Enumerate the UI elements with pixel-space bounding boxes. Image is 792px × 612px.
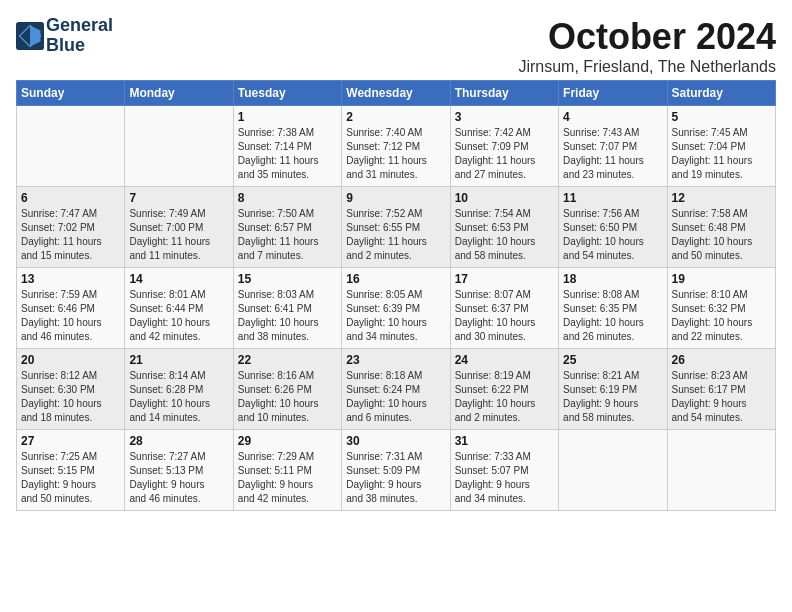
day-info: Sunrise: 8:21 AM Sunset: 6:19 PM Dayligh…: [563, 369, 662, 425]
day-number: 30: [346, 434, 445, 448]
day-info: Sunrise: 8:10 AM Sunset: 6:32 PM Dayligh…: [672, 288, 771, 344]
calendar-cell: [17, 106, 125, 187]
day-info: Sunrise: 7:33 AM Sunset: 5:07 PM Dayligh…: [455, 450, 554, 506]
page-header: General Blue October 2024 Jirnsum, Fries…: [16, 16, 776, 76]
calendar-cell: 31Sunrise: 7:33 AM Sunset: 5:07 PM Dayli…: [450, 430, 558, 511]
day-info: Sunrise: 7:49 AM Sunset: 7:00 PM Dayligh…: [129, 207, 228, 263]
day-number: 18: [563, 272, 662, 286]
calendar-cell: [559, 430, 667, 511]
title-block: October 2024 Jirnsum, Friesland, The Net…: [518, 16, 776, 76]
calendar-cell: 23Sunrise: 8:18 AM Sunset: 6:24 PM Dayli…: [342, 349, 450, 430]
day-info: Sunrise: 7:50 AM Sunset: 6:57 PM Dayligh…: [238, 207, 337, 263]
calendar-cell: 7Sunrise: 7:49 AM Sunset: 7:00 PM Daylig…: [125, 187, 233, 268]
calendar-cell: 11Sunrise: 7:56 AM Sunset: 6:50 PM Dayli…: [559, 187, 667, 268]
day-info: Sunrise: 8:18 AM Sunset: 6:24 PM Dayligh…: [346, 369, 445, 425]
calendar-cell: 13Sunrise: 7:59 AM Sunset: 6:46 PM Dayli…: [17, 268, 125, 349]
calendar-cell: 17Sunrise: 8:07 AM Sunset: 6:37 PM Dayli…: [450, 268, 558, 349]
header-tuesday: Tuesday: [233, 81, 341, 106]
day-info: Sunrise: 7:54 AM Sunset: 6:53 PM Dayligh…: [455, 207, 554, 263]
day-number: 29: [238, 434, 337, 448]
day-info: Sunrise: 7:56 AM Sunset: 6:50 PM Dayligh…: [563, 207, 662, 263]
header-friday: Friday: [559, 81, 667, 106]
day-number: 16: [346, 272, 445, 286]
calendar-cell: 9Sunrise: 7:52 AM Sunset: 6:55 PM Daylig…: [342, 187, 450, 268]
day-info: Sunrise: 7:45 AM Sunset: 7:04 PM Dayligh…: [672, 126, 771, 182]
day-number: 12: [672, 191, 771, 205]
header-row: SundayMondayTuesdayWednesdayThursdayFrid…: [17, 81, 776, 106]
day-number: 22: [238, 353, 337, 367]
logo-text: General Blue: [46, 16, 113, 56]
calendar-cell: 19Sunrise: 8:10 AM Sunset: 6:32 PM Dayli…: [667, 268, 775, 349]
day-info: Sunrise: 7:43 AM Sunset: 7:07 PM Dayligh…: [563, 126, 662, 182]
day-info: Sunrise: 8:08 AM Sunset: 6:35 PM Dayligh…: [563, 288, 662, 344]
calendar-cell: 10Sunrise: 7:54 AM Sunset: 6:53 PM Dayli…: [450, 187, 558, 268]
day-info: Sunrise: 8:07 AM Sunset: 6:37 PM Dayligh…: [455, 288, 554, 344]
calendar-cell: 12Sunrise: 7:58 AM Sunset: 6:48 PM Dayli…: [667, 187, 775, 268]
calendar-cell: 4Sunrise: 7:43 AM Sunset: 7:07 PM Daylig…: [559, 106, 667, 187]
calendar-body: 1Sunrise: 7:38 AM Sunset: 7:14 PM Daylig…: [17, 106, 776, 511]
day-number: 27: [21, 434, 120, 448]
calendar-cell: 22Sunrise: 8:16 AM Sunset: 6:26 PM Dayli…: [233, 349, 341, 430]
calendar-cell: 6Sunrise: 7:47 AM Sunset: 7:02 PM Daylig…: [17, 187, 125, 268]
page-title: October 2024: [518, 16, 776, 58]
day-number: 5: [672, 110, 771, 124]
day-number: 23: [346, 353, 445, 367]
day-number: 15: [238, 272, 337, 286]
day-info: Sunrise: 8:05 AM Sunset: 6:39 PM Dayligh…: [346, 288, 445, 344]
logo-line2: Blue: [46, 36, 113, 56]
calendar-cell: 20Sunrise: 8:12 AM Sunset: 6:30 PM Dayli…: [17, 349, 125, 430]
header-saturday: Saturday: [667, 81, 775, 106]
logo: General Blue: [16, 16, 113, 56]
day-number: 20: [21, 353, 120, 367]
calendar-cell: 26Sunrise: 8:23 AM Sunset: 6:17 PM Dayli…: [667, 349, 775, 430]
day-info: Sunrise: 8:14 AM Sunset: 6:28 PM Dayligh…: [129, 369, 228, 425]
calendar-cell: 3Sunrise: 7:42 AM Sunset: 7:09 PM Daylig…: [450, 106, 558, 187]
calendar-cell: 28Sunrise: 7:27 AM Sunset: 5:13 PM Dayli…: [125, 430, 233, 511]
calendar-cell: 24Sunrise: 8:19 AM Sunset: 6:22 PM Dayli…: [450, 349, 558, 430]
week-row-5: 27Sunrise: 7:25 AM Sunset: 5:15 PM Dayli…: [17, 430, 776, 511]
calendar-header: SundayMondayTuesdayWednesdayThursdayFrid…: [17, 81, 776, 106]
calendar-cell: 30Sunrise: 7:31 AM Sunset: 5:09 PM Dayli…: [342, 430, 450, 511]
calendar-cell: 29Sunrise: 7:29 AM Sunset: 5:11 PM Dayli…: [233, 430, 341, 511]
page-subtitle: Jirnsum, Friesland, The Netherlands: [518, 58, 776, 76]
day-number: 21: [129, 353, 228, 367]
calendar-cell: 21Sunrise: 8:14 AM Sunset: 6:28 PM Dayli…: [125, 349, 233, 430]
header-wednesday: Wednesday: [342, 81, 450, 106]
header-thursday: Thursday: [450, 81, 558, 106]
day-number: 17: [455, 272, 554, 286]
day-info: Sunrise: 8:19 AM Sunset: 6:22 PM Dayligh…: [455, 369, 554, 425]
day-number: 19: [672, 272, 771, 286]
day-number: 9: [346, 191, 445, 205]
day-number: 8: [238, 191, 337, 205]
day-info: Sunrise: 8:01 AM Sunset: 6:44 PM Dayligh…: [129, 288, 228, 344]
header-monday: Monday: [125, 81, 233, 106]
day-info: Sunrise: 7:27 AM Sunset: 5:13 PM Dayligh…: [129, 450, 228, 506]
day-info: Sunrise: 8:03 AM Sunset: 6:41 PM Dayligh…: [238, 288, 337, 344]
day-number: 10: [455, 191, 554, 205]
day-info: Sunrise: 8:12 AM Sunset: 6:30 PM Dayligh…: [21, 369, 120, 425]
calendar-cell: 5Sunrise: 7:45 AM Sunset: 7:04 PM Daylig…: [667, 106, 775, 187]
day-number: 3: [455, 110, 554, 124]
calendar-cell: 1Sunrise: 7:38 AM Sunset: 7:14 PM Daylig…: [233, 106, 341, 187]
calendar-cell: 8Sunrise: 7:50 AM Sunset: 6:57 PM Daylig…: [233, 187, 341, 268]
logo-line1: General: [46, 16, 113, 36]
day-info: Sunrise: 7:58 AM Sunset: 6:48 PM Dayligh…: [672, 207, 771, 263]
calendar-cell: [125, 106, 233, 187]
day-info: Sunrise: 7:47 AM Sunset: 7:02 PM Dayligh…: [21, 207, 120, 263]
header-sunday: Sunday: [17, 81, 125, 106]
day-number: 28: [129, 434, 228, 448]
day-number: 2: [346, 110, 445, 124]
calendar-cell: 27Sunrise: 7:25 AM Sunset: 5:15 PM Dayli…: [17, 430, 125, 511]
week-row-1: 1Sunrise: 7:38 AM Sunset: 7:14 PM Daylig…: [17, 106, 776, 187]
day-number: 24: [455, 353, 554, 367]
calendar-cell: 14Sunrise: 8:01 AM Sunset: 6:44 PM Dayli…: [125, 268, 233, 349]
day-info: Sunrise: 8:16 AM Sunset: 6:26 PM Dayligh…: [238, 369, 337, 425]
day-info: Sunrise: 7:25 AM Sunset: 5:15 PM Dayligh…: [21, 450, 120, 506]
day-info: Sunrise: 7:52 AM Sunset: 6:55 PM Dayligh…: [346, 207, 445, 263]
day-number: 13: [21, 272, 120, 286]
calendar-table: SundayMondayTuesdayWednesdayThursdayFrid…: [16, 80, 776, 511]
day-info: Sunrise: 7:59 AM Sunset: 6:46 PM Dayligh…: [21, 288, 120, 344]
day-info: Sunrise: 7:29 AM Sunset: 5:11 PM Dayligh…: [238, 450, 337, 506]
calendar-cell: 2Sunrise: 7:40 AM Sunset: 7:12 PM Daylig…: [342, 106, 450, 187]
week-row-2: 6Sunrise: 7:47 AM Sunset: 7:02 PM Daylig…: [17, 187, 776, 268]
